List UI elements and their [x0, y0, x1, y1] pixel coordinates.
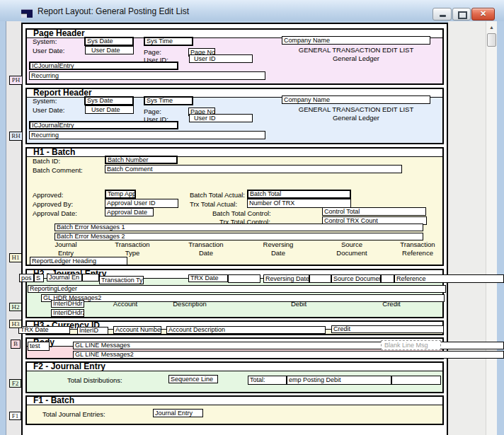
field-recurring[interactable]: Recurring [29, 71, 265, 80]
field-transaction-ty[interactable]: Transaction Ty [99, 276, 144, 284]
text-general-ledger[interactable]: General Ledger [282, 54, 430, 62]
field-recurring[interactable]: Recurring [29, 131, 265, 139]
field-s[interactable]: S [34, 274, 44, 282]
text-general-ledger[interactable]: General Ledger [282, 114, 430, 122]
field-empty[interactable] [381, 274, 394, 283]
field-batch-total[interactable]: Batch Total [247, 190, 351, 199]
margin-marker-rh: RH [9, 132, 23, 141]
field-journal-entry[interactable]: Journal Entry [153, 409, 203, 417]
field-sys-time[interactable]: Sys Time [144, 96, 193, 105]
field-temp-appr[interactable]: Temp Appr [105, 190, 136, 199]
margin-marker-f1: F1 [9, 412, 21, 420]
section-header-band: H1 - Batch [27, 149, 442, 157]
field-gl-line-messages2[interactable]: GL LINE Messages2 [73, 351, 504, 359]
margin-marker-h3: H3 [9, 320, 22, 328]
margin-marker-h2: H2 [9, 303, 22, 311]
column-header-transaction-type[interactable]: Transaction Type [101, 240, 164, 257]
field-credit[interactable]: Credit [331, 325, 444, 333]
field-reportledger-heading[interactable]: ReportLedger Heading [30, 257, 127, 265]
field-batch-error-messages-1[interactable]: Batch Error Messages 1 [55, 224, 423, 231]
label-batch-total-control[interactable]: Batch Total Control: [212, 209, 271, 217]
field-batch-number[interactable]: Batch Number [105, 156, 178, 164]
field-sys-time[interactable]: Sys Time [144, 37, 193, 46]
margin-marker-h1: H1 [9, 253, 22, 262]
column-header-journal-entry[interactable]: Journal Entry [34, 240, 98, 257]
field-reportingledger[interactable]: ReportingLedger [28, 285, 446, 293]
field-empty[interactable] [228, 274, 260, 283]
field-pos[interactable]: pos [19, 274, 34, 282]
section-title: F2 - Journal Entry [27, 363, 442, 371]
field-trx-date[interactable]: TRX Date [188, 274, 228, 282]
margin-marker-b: B [11, 340, 21, 349]
label-batch-id[interactable]: Batch ID: [33, 157, 60, 165]
label-page[interactable]: Page: [144, 48, 161, 56]
label-approved[interactable]: Approved: [33, 191, 63, 199]
report-layout-window: Report Layout: General Posting Edit List… [0, 0, 504, 435]
report-canvas: Page HeaderSystem:Sys DateSys TimeUser D… [0, 0, 504, 435]
field-empty[interactable] [82, 274, 99, 282]
label-user-date[interactable]: User Date: [33, 47, 64, 54]
column-header-transaction-date[interactable]: Transaction Date [174, 240, 238, 257]
field-batch-error-messages-2[interactable]: Batch Error Messages 2 [55, 233, 423, 240]
field-emp-posting-debit[interactable]: emp Posting Debit [287, 376, 391, 385]
field-batch-comment[interactable]: Batch Comment [105, 165, 402, 173]
field-account-number[interactable]: Account Number [113, 326, 161, 334]
label-total-distributions[interactable]: Total Distributions: [67, 376, 122, 384]
label-batch-total-actual[interactable]: Batch Total Actual: [190, 191, 245, 199]
section-title: F1 - Batch [27, 397, 442, 405]
field-account-description[interactable]: Account Description [166, 326, 326, 334]
field-user-id[interactable]: User ID [189, 54, 253, 63]
margin-marker-ph: PH [9, 76, 23, 85]
column-header-source-document[interactable]: Source Document [320, 240, 384, 257]
field-source-document[interactable]: Source Document [331, 274, 381, 283]
field-company-name[interactable]: Company Name [282, 95, 430, 104]
field-empty[interactable] [391, 376, 441, 385]
label-system[interactable]: System: [33, 37, 57, 45]
field-approval-user-id[interactable]: Approval User ID [105, 199, 178, 208]
field-icjournalentry[interactable]: ICJournalEntry [29, 121, 178, 129]
label-approval-date[interactable]: Approval Date: [33, 209, 77, 217]
field-reversing-date[interactable]: Reversing Date [263, 274, 309, 283]
field-icjournalentry[interactable]: ICJournalEntry [29, 62, 178, 70]
label-page[interactable]: Page: [144, 108, 161, 115]
field-user-date[interactable]: User Date [85, 105, 134, 114]
field-sequence-line[interactable]: Sequence Line [168, 375, 218, 383]
label-batch-comment[interactable]: Batch Comment: [33, 166, 83, 174]
label-approved-by[interactable]: Approved By: [33, 200, 73, 208]
field-sys-date[interactable]: Sys Date [84, 37, 134, 46]
label-system[interactable]: System: [33, 97, 57, 105]
section-header-band: F2 - Journal Entry [27, 363, 442, 371]
text-debit[interactable]: Debit [270, 300, 327, 308]
field-control-total[interactable]: Control Total [322, 207, 426, 216]
column-header-reversing-date[interactable]: Reversing Date [246, 240, 310, 257]
text-general-transaction-edit-list[interactable]: GENERAL TRANSACTION EDIT LIST [282, 46, 430, 54]
text-general-transaction-edit-list[interactable]: GENERAL TRANSACTION EDIT LIST [282, 105, 430, 113]
field-reference[interactable]: Reference [394, 274, 504, 283]
field-trx-date[interactable]: TRX Date [18, 326, 70, 334]
label-user-date[interactable]: User Date: [33, 106, 64, 114]
field-company-name[interactable]: Company Name [282, 36, 430, 45]
field-user-date[interactable]: User Date [85, 46, 134, 54]
field-sys-date[interactable]: Sys Date [84, 96, 134, 105]
field-journal-en[interactable]: Journal En [47, 274, 82, 282]
label-total-journal-entries[interactable]: Total Journal Entries: [42, 410, 105, 418]
column-header-transaction-reference[interactable]: Transaction Reference [386, 240, 449, 257]
margin-marker-f2: F2 [9, 379, 21, 388]
field-approval-date[interactable]: Approval Date [105, 208, 154, 216]
field-interid[interactable]: InterID [77, 327, 108, 335]
field-interidhdr[interactable]: InterIDHdr [51, 300, 84, 308]
section-header-band: F1 - Batch [27, 397, 442, 405]
label-trx-total-actual[interactable]: Trx Total Actual: [190, 200, 237, 208]
text-credit[interactable]: Credit [363, 300, 420, 308]
field-user-id[interactable]: User ID [189, 114, 253, 122]
text-description[interactable]: Description [161, 300, 218, 308]
field-total[interactable]: Total: [248, 376, 287, 385]
field-blank-line-msg[interactable]: Blank Line Msg [381, 340, 441, 350]
field-empty[interactable] [309, 274, 331, 283]
field-interidhdr2[interactable]: InterIDHdr2 [51, 309, 84, 317]
text-account[interactable]: Account [97, 300, 154, 308]
field-test[interactable]: test [28, 342, 50, 351]
section-title: H1 - Batch [27, 149, 442, 156]
